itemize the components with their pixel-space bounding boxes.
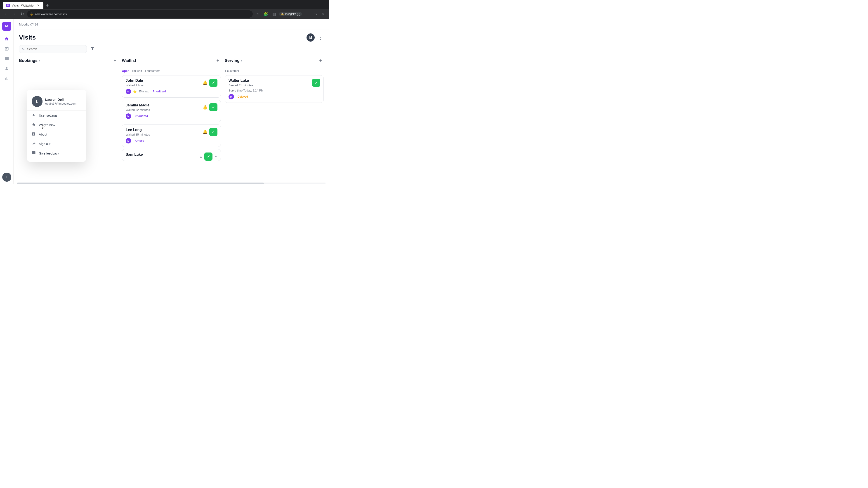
- serving-column-title[interactable]: Serving ›: [225, 58, 242, 63]
- customer-avatar: M: [126, 89, 131, 94]
- sidebar-user-avatar[interactable]: L: [2, 173, 11, 182]
- customer-card-lee-long[interactable]: Lee Long Waited 35 minutes M Arrived 🔔 ✓: [122, 125, 221, 147]
- bell-button[interactable]: 🔔: [203, 129, 208, 134]
- sidebar-item-chat[interactable]: [2, 54, 11, 63]
- bell-button[interactable]: 🔔: [203, 80, 208, 85]
- back-button[interactable]: ←: [3, 11, 9, 17]
- nav-right: ☆ 🧩 ▥ 🕵 Incognito (2) ─ ▭ ✕: [254, 11, 327, 17]
- dropdown-item-user-settings[interactable]: User settings: [27, 111, 86, 120]
- dropdown-item-sign-out[interactable]: Sign out: [27, 139, 86, 149]
- customer-card-sam-luke[interactable]: Sam Luke ▲ ✓ ▼: [122, 149, 221, 161]
- sidebar-item-analytics[interactable]: [2, 74, 11, 83]
- dropdown-item-whats-new[interactable]: What's new: [27, 120, 86, 130]
- svg-text:L: L: [36, 99, 38, 104]
- waitlist-status-detail: · 1m wait · 4 customers: [130, 69, 160, 72]
- bookmark-button[interactable]: ☆: [254, 11, 261, 17]
- refresh-button[interactable]: ↻: [19, 11, 25, 17]
- org-name: Moodjoy7434: [19, 23, 38, 26]
- forward-button[interactable]: →: [11, 11, 17, 17]
- customer-card-jemina-madie[interactable]: Jemina Madie Waited 52 minutes M Priorit…: [122, 100, 221, 122]
- tab-close-button[interactable]: ✕: [37, 4, 40, 7]
- serving-column-header: Serving › +: [225, 55, 324, 66]
- header-right: M ⋮: [307, 33, 324, 41]
- customer-card-walter-luke[interactable]: Walter Luke Served 31 minutes Serve time…: [225, 75, 324, 103]
- dropdown-avatar: L: [32, 96, 42, 107]
- sidebar-item-home[interactable]: [2, 34, 11, 43]
- bookings-column-header: Bookings › +: [19, 55, 118, 66]
- restore-button[interactable]: ▭: [312, 11, 318, 17]
- main-content: Moodjoy7434 Visits M ⋮: [13, 19, 329, 184]
- page-title: Visits: [19, 34, 36, 41]
- new-tab-button[interactable]: +: [44, 2, 51, 9]
- minimize-button[interactable]: ─: [304, 11, 310, 17]
- extensions-button[interactable]: 🧩: [263, 11, 269, 17]
- about-label: About: [39, 133, 47, 136]
- bell-button[interactable]: 🔔: [203, 105, 208, 110]
- customer-name: Walter Luke: [228, 78, 320, 83]
- card-actions: 🔔 ✓: [203, 103, 217, 111]
- active-tab[interactable]: M Visits | Waitwhile ✕: [3, 2, 43, 9]
- tab-favicon: M: [6, 4, 10, 7]
- dropdown-user-info: L Lauren Deli ebdllc37@moodjoy.com: [27, 93, 86, 111]
- sidebar-item-users[interactable]: [2, 64, 11, 73]
- user-dropdown: L Lauren Deli ebdllc37@moodjoy.com User …: [27, 90, 86, 162]
- check-button[interactable]: ✓: [312, 78, 320, 87]
- check-button[interactable]: ✓: [209, 103, 217, 111]
- customer-avatar: M: [126, 138, 131, 143]
- sign-out-icon: [32, 141, 36, 147]
- bookings-chevron-icon: ›: [39, 59, 40, 62]
- check-button[interactable]: ✓: [209, 78, 217, 87]
- dropdown-item-give-feedback[interactable]: Give feedback: [27, 149, 86, 158]
- dropdown-user-details: Lauren Deli ebdllc37@moodjoy.com: [45, 98, 76, 105]
- waitlist-open-badge: Open: [122, 69, 129, 72]
- customer-avatar: M: [126, 113, 131, 119]
- card-actions: 🔔 ✓: [203, 128, 217, 136]
- header-user-avatar[interactable]: M: [307, 33, 315, 41]
- customer-card-john-dale[interactable]: John Dale Waited 1 hour M ⭐ 35m ago Prio…: [122, 75, 221, 98]
- serving-count: 1 customer: [225, 68, 324, 75]
- waitlist-content: John Dale Waited 1 hour M ⭐ 35m ago Prio…: [122, 75, 221, 183]
- status-badge: Prioritized: [151, 90, 168, 94]
- check-button[interactable]: ✓: [209, 128, 217, 136]
- lock-icon: 🔒: [30, 12, 33, 15]
- check-button[interactable]: ✓: [204, 153, 213, 161]
- feedback-icon: [32, 151, 36, 156]
- address-bar[interactable]: 🔒 new.waitwhile.com/visits: [27, 10, 253, 18]
- bookings-column-title[interactable]: Bookings ›: [19, 58, 40, 63]
- sign-out-label: Sign out: [39, 142, 51, 146]
- status-badge: Arrived: [133, 139, 146, 143]
- dropdown-item-about[interactable]: About: [27, 130, 86, 139]
- status-badge: Prioritized: [133, 114, 150, 118]
- serving-add-button[interactable]: +: [317, 57, 324, 64]
- bookings-add-button[interactable]: +: [112, 57, 118, 64]
- horizontal-scrollbar[interactable]: [17, 183, 326, 184]
- search-bar: [13, 43, 329, 55]
- waitlist-status: Open · 1m wait · 4 customers: [122, 68, 221, 75]
- bell-button[interactable]: ▲: [199, 155, 203, 158]
- waitlist-column-title[interactable]: Waitlist ›: [122, 58, 138, 63]
- customer-time: 35m ago: [138, 90, 149, 93]
- filter-button[interactable]: [90, 46, 95, 53]
- scrollbar-thumb: [17, 183, 264, 184]
- waitlist-add-button[interactable]: +: [215, 57, 221, 64]
- dropdown-user-email: ebdllc37@moodjoy.com: [45, 102, 76, 105]
- serving-content: Walter Luke Served 31 minutes Serve time…: [225, 75, 324, 183]
- card-actions: ▲ ✓ ▼: [199, 153, 217, 161]
- customer-meta: M Prioritized: [126, 113, 217, 119]
- dropdown-user-name: Lauren Deli: [45, 98, 76, 101]
- user-settings-icon: [32, 113, 36, 118]
- sidebar-item-calendar[interactable]: [2, 44, 11, 53]
- app-container: M L Moodjoy7434 Visits M: [0, 19, 329, 184]
- customer-served: Served 31 minutes: [228, 84, 320, 87]
- sidebar-logo[interactable]: M: [2, 22, 11, 31]
- more-options-button[interactable]: ⋮: [317, 34, 324, 41]
- expand-button[interactable]: ▼: [214, 155, 217, 158]
- split-button[interactable]: ▥: [271, 11, 277, 17]
- user-settings-label: User settings: [39, 113, 57, 117]
- close-button[interactable]: ✕: [320, 11, 327, 17]
- card-actions: 🔔 ✓: [203, 78, 217, 87]
- search-input[interactable]: [27, 47, 84, 51]
- search-input-wrapper[interactable]: [19, 45, 87, 53]
- customer-meta: M ⭐ 35m ago Prioritized: [126, 89, 217, 94]
- serving-column: Serving › + 1 customer Walter Luke Serve…: [223, 55, 326, 183]
